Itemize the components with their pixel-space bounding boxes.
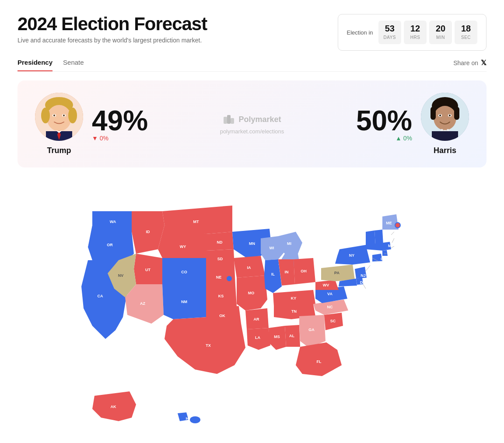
state-hi[interactable] (178, 412, 189, 421)
state-vt[interactable] (366, 230, 375, 245)
svg-line-84 (391, 246, 394, 248)
svg-line-85 (392, 238, 394, 243)
svg-rect-15 (231, 118, 234, 124)
tab-presidency[interactable]: Presidency (18, 59, 52, 71)
state-nc[interactable] (313, 300, 348, 315)
svg-rect-13 (224, 117, 227, 124)
countdown-box: Election in 53 DAYS 12 HRS 20 MIN 18 SEC (338, 14, 486, 51)
share-button[interactable]: Share on 𝕏 (453, 59, 486, 71)
trump-pct-info: 49% ▼ 0% (92, 107, 148, 142)
harris-avatar (421, 93, 469, 141)
state-ct[interactable] (372, 254, 382, 262)
harris-candidate: Harris (421, 93, 469, 155)
state-wv[interactable] (315, 280, 339, 290)
svg-rect-28 (432, 131, 458, 141)
trump-candidate: Trump (35, 93, 83, 155)
countdown-min: 20 MIN (429, 21, 452, 44)
state-tx[interactable] (164, 317, 245, 374)
svg-rect-19 (430, 107, 436, 120)
us-electoral-map: WA OR CA ID MT WY UT NV CO AZ NM ND (51, 181, 453, 435)
countdown-label: Election in (347, 29, 373, 36)
state-ny[interactable] (335, 245, 370, 265)
polymarket-url: polymarket.com/elections (220, 128, 284, 135)
svg-line-81 (365, 265, 370, 272)
state-nh[interactable] (374, 230, 383, 245)
svg-point-3 (41, 108, 50, 123)
polymarket-center: Polymarket polymarket.com/elections (220, 113, 284, 135)
us-map-container: WA OR CA ID MT WY UT NV CO AZ NM ND (18, 181, 486, 435)
page-title: 2024 Election Forecast (18, 14, 207, 34)
svg-rect-14 (227, 115, 231, 124)
svg-point-24 (449, 115, 451, 116)
svg-point-23 (439, 115, 441, 116)
state-nd[interactable] (206, 232, 234, 251)
polymarket-logo: Polymarket (223, 113, 281, 126)
state-hi2 (190, 416, 200, 423)
harris-change: ▲ 0% (396, 135, 412, 142)
state-mi[interactable] (278, 232, 302, 254)
forecast-card: Trump 49% ▼ 0% Polymarket polymarket.com… (18, 80, 486, 167)
state-ri[interactable] (382, 250, 388, 256)
svg-point-18 (434, 106, 456, 130)
state-de[interactable] (356, 278, 363, 285)
svg-text:VT: VT (382, 236, 388, 240)
tabs-row: Presidency Senate Share on 𝕏 (18, 59, 486, 72)
trump-avatar (35, 93, 83, 141)
harris-pct-info: 50% ▲ 0% (356, 107, 412, 142)
state-ia[interactable] (234, 256, 265, 278)
state-ks[interactable] (206, 286, 237, 306)
harris-name: Harris (434, 146, 456, 155)
svg-text:NH: NH (388, 235, 394, 239)
svg-point-7 (53, 115, 55, 116)
state-nj[interactable] (355, 267, 367, 279)
state-ak[interactable] (92, 391, 136, 421)
x-icon: 𝕏 (481, 59, 486, 67)
state-co[interactable] (162, 258, 208, 284)
svg-rect-20 (454, 107, 459, 120)
state-ok[interactable] (206, 306, 241, 324)
svg-point-8 (63, 115, 65, 116)
state-ga[interactable] (299, 315, 326, 348)
state-pa[interactable] (321, 265, 355, 281)
svg-text:RI: RI (388, 251, 392, 256)
tabs: Presidency Senate (18, 59, 84, 71)
state-ut[interactable] (134, 254, 162, 284)
state-oh[interactable] (294, 258, 315, 284)
trump-pct: 49% (92, 107, 148, 135)
harris-section: Harris 50% ▲ 0% (356, 93, 469, 155)
countdown-sec: 18 SEC (455, 21, 477, 44)
state-la[interactable] (247, 328, 270, 350)
state-fl[interactable] (296, 342, 342, 376)
countdown-units: 53 DAYS 12 HRS 20 MIN 18 SEC (378, 21, 478, 44)
svg-point-78 (395, 223, 400, 228)
state-ms[interactable] (269, 326, 286, 350)
svg-line-86 (391, 232, 394, 235)
state-al[interactable] (285, 325, 300, 347)
tab-senate[interactable]: Senate (63, 59, 84, 71)
svg-point-4 (68, 108, 77, 123)
title-section: 2024 Election Forecast Live and accurate… (18, 14, 207, 44)
countdown-hrs: 12 HRS (404, 21, 427, 44)
svg-line-87 (363, 284, 366, 289)
svg-point-43 (226, 276, 232, 282)
trump-section: Trump 49% ▼ 0% (35, 93, 148, 155)
state-nm[interactable] (162, 284, 207, 319)
page-subtitle: Live and accurate forecasts by the world… (18, 37, 207, 44)
harris-pct: 50% (356, 107, 412, 135)
trump-change: ▼ 0% (92, 135, 108, 142)
state-sc[interactable] (324, 313, 343, 330)
svg-point-2 (47, 105, 71, 131)
state-mo[interactable] (237, 276, 267, 310)
countdown-days: 53 DAYS (378, 21, 402, 44)
trump-name: Trump (47, 146, 71, 155)
state-ar[interactable] (245, 308, 269, 329)
state-sd[interactable] (206, 249, 234, 267)
